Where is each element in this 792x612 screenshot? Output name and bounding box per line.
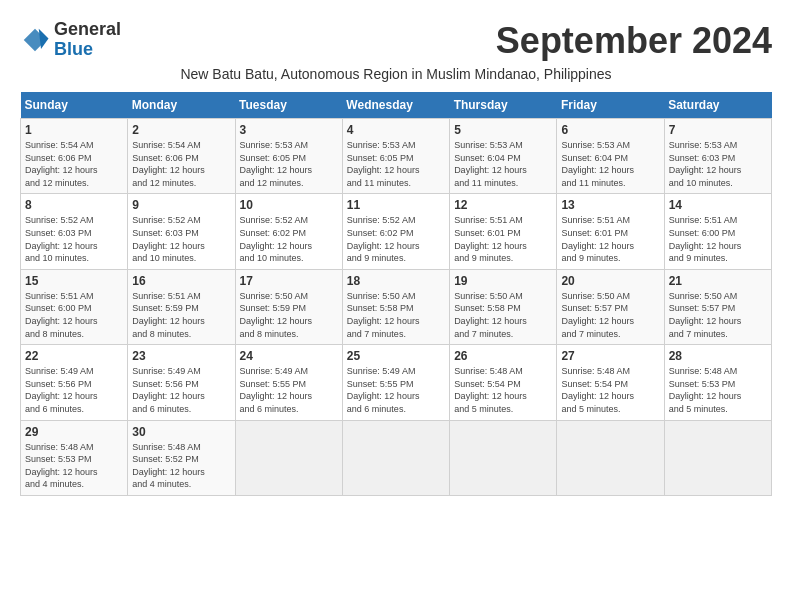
calendar-cell-9: 9Sunrise: 5:52 AM Sunset: 6:03 PM Daylig… [128, 194, 235, 269]
calendar-cell-empty [342, 420, 449, 495]
calendar-header-row: SundayMondayTuesdayWednesdayThursdayFrid… [21, 92, 772, 119]
day-info: Sunrise: 5:53 AM Sunset: 6:05 PM Dayligh… [347, 139, 445, 189]
calendar-cell-14: 14Sunrise: 5:51 AM Sunset: 6:00 PM Dayli… [664, 194, 771, 269]
calendar-cell-19: 19Sunrise: 5:50 AM Sunset: 5:58 PM Dayli… [450, 269, 557, 344]
calendar-cell-15: 15Sunrise: 5:51 AM Sunset: 6:00 PM Dayli… [21, 269, 128, 344]
day-number: 4 [347, 123, 445, 137]
logo: General Blue [20, 20, 121, 60]
day-number: 20 [561, 274, 659, 288]
calendar-cell-12: 12Sunrise: 5:51 AM Sunset: 6:01 PM Dayli… [450, 194, 557, 269]
calendar-cell-23: 23Sunrise: 5:49 AM Sunset: 5:56 PM Dayli… [128, 345, 235, 420]
calendar-cell-empty [450, 420, 557, 495]
header-sunday: Sunday [21, 92, 128, 119]
day-info: Sunrise: 5:49 AM Sunset: 5:55 PM Dayligh… [347, 365, 445, 415]
day-info: Sunrise: 5:48 AM Sunset: 5:53 PM Dayligh… [669, 365, 767, 415]
day-number: 19 [454, 274, 552, 288]
day-info: Sunrise: 5:51 AM Sunset: 6:01 PM Dayligh… [454, 214, 552, 264]
calendar-cell-5: 5Sunrise: 5:53 AM Sunset: 6:04 PM Daylig… [450, 119, 557, 194]
day-info: Sunrise: 5:53 AM Sunset: 6:04 PM Dayligh… [561, 139, 659, 189]
day-number: 10 [240, 198, 338, 212]
calendar-cell-30: 30Sunrise: 5:48 AM Sunset: 5:52 PM Dayli… [128, 420, 235, 495]
calendar-cell-22: 22Sunrise: 5:49 AM Sunset: 5:56 PM Dayli… [21, 345, 128, 420]
calendar-cell-16: 16Sunrise: 5:51 AM Sunset: 5:59 PM Dayli… [128, 269, 235, 344]
calendar-cell-29: 29Sunrise: 5:48 AM Sunset: 5:53 PM Dayli… [21, 420, 128, 495]
day-info: Sunrise: 5:48 AM Sunset: 5:52 PM Dayligh… [132, 441, 230, 491]
day-number: 17 [240, 274, 338, 288]
page-header: General Blue September 2024 [20, 20, 772, 62]
day-info: Sunrise: 5:49 AM Sunset: 5:56 PM Dayligh… [25, 365, 123, 415]
day-number: 8 [25, 198, 123, 212]
calendar-cell-11: 11Sunrise: 5:52 AM Sunset: 6:02 PM Dayli… [342, 194, 449, 269]
calendar-cell-empty [664, 420, 771, 495]
day-info: Sunrise: 5:48 AM Sunset: 5:54 PM Dayligh… [561, 365, 659, 415]
calendar-cell-4: 4Sunrise: 5:53 AM Sunset: 6:05 PM Daylig… [342, 119, 449, 194]
day-number: 11 [347, 198, 445, 212]
calendar-cell-3: 3Sunrise: 5:53 AM Sunset: 6:05 PM Daylig… [235, 119, 342, 194]
logo-icon [20, 25, 50, 55]
day-info: Sunrise: 5:52 AM Sunset: 6:03 PM Dayligh… [132, 214, 230, 264]
calendar-cell-empty [557, 420, 664, 495]
calendar-week-1: 1Sunrise: 5:54 AM Sunset: 6:06 PM Daylig… [21, 119, 772, 194]
calendar-cell-25: 25Sunrise: 5:49 AM Sunset: 5:55 PM Dayli… [342, 345, 449, 420]
day-info: Sunrise: 5:50 AM Sunset: 5:57 PM Dayligh… [669, 290, 767, 340]
day-info: Sunrise: 5:54 AM Sunset: 6:06 PM Dayligh… [132, 139, 230, 189]
calendar-cell-20: 20Sunrise: 5:50 AM Sunset: 5:57 PM Dayli… [557, 269, 664, 344]
day-number: 23 [132, 349, 230, 363]
day-number: 28 [669, 349, 767, 363]
calendar-cell-18: 18Sunrise: 5:50 AM Sunset: 5:58 PM Dayli… [342, 269, 449, 344]
day-info: Sunrise: 5:48 AM Sunset: 5:53 PM Dayligh… [25, 441, 123, 491]
day-info: Sunrise: 5:49 AM Sunset: 5:56 PM Dayligh… [132, 365, 230, 415]
day-number: 27 [561, 349, 659, 363]
header-friday: Friday [557, 92, 664, 119]
day-info: Sunrise: 5:53 AM Sunset: 6:05 PM Dayligh… [240, 139, 338, 189]
day-number: 18 [347, 274, 445, 288]
calendar-cell-26: 26Sunrise: 5:48 AM Sunset: 5:54 PM Dayli… [450, 345, 557, 420]
day-number: 7 [669, 123, 767, 137]
day-number: 1 [25, 123, 123, 137]
calendar-cell-2: 2Sunrise: 5:54 AM Sunset: 6:06 PM Daylig… [128, 119, 235, 194]
calendar-week-4: 22Sunrise: 5:49 AM Sunset: 5:56 PM Dayli… [21, 345, 772, 420]
day-number: 30 [132, 425, 230, 439]
day-info: Sunrise: 5:51 AM Sunset: 6:00 PM Dayligh… [669, 214, 767, 264]
calendar-cell-13: 13Sunrise: 5:51 AM Sunset: 6:01 PM Dayli… [557, 194, 664, 269]
day-number: 3 [240, 123, 338, 137]
day-number: 12 [454, 198, 552, 212]
header-monday: Monday [128, 92, 235, 119]
calendar-cell-21: 21Sunrise: 5:50 AM Sunset: 5:57 PM Dayli… [664, 269, 771, 344]
day-number: 16 [132, 274, 230, 288]
calendar-table: SundayMondayTuesdayWednesdayThursdayFrid… [20, 92, 772, 496]
calendar-cell-6: 6Sunrise: 5:53 AM Sunset: 6:04 PM Daylig… [557, 119, 664, 194]
calendar-week-2: 8Sunrise: 5:52 AM Sunset: 6:03 PM Daylig… [21, 194, 772, 269]
day-number: 2 [132, 123, 230, 137]
calendar-cell-17: 17Sunrise: 5:50 AM Sunset: 5:59 PM Dayli… [235, 269, 342, 344]
day-number: 21 [669, 274, 767, 288]
day-info: Sunrise: 5:53 AM Sunset: 6:03 PM Dayligh… [669, 139, 767, 189]
day-info: Sunrise: 5:50 AM Sunset: 5:59 PM Dayligh… [240, 290, 338, 340]
day-info: Sunrise: 5:52 AM Sunset: 6:02 PM Dayligh… [240, 214, 338, 264]
day-info: Sunrise: 5:51 AM Sunset: 6:01 PM Dayligh… [561, 214, 659, 264]
day-info: Sunrise: 5:50 AM Sunset: 5:58 PM Dayligh… [347, 290, 445, 340]
calendar-cell-8: 8Sunrise: 5:52 AM Sunset: 6:03 PM Daylig… [21, 194, 128, 269]
calendar-cell-28: 28Sunrise: 5:48 AM Sunset: 5:53 PM Dayli… [664, 345, 771, 420]
calendar-week-3: 15Sunrise: 5:51 AM Sunset: 6:00 PM Dayli… [21, 269, 772, 344]
calendar-cell-10: 10Sunrise: 5:52 AM Sunset: 6:02 PM Dayli… [235, 194, 342, 269]
day-number: 29 [25, 425, 123, 439]
day-info: Sunrise: 5:52 AM Sunset: 6:02 PM Dayligh… [347, 214, 445, 264]
calendar-cell-7: 7Sunrise: 5:53 AM Sunset: 6:03 PM Daylig… [664, 119, 771, 194]
day-number: 24 [240, 349, 338, 363]
calendar-cell-24: 24Sunrise: 5:49 AM Sunset: 5:55 PM Dayli… [235, 345, 342, 420]
calendar-cell-empty [235, 420, 342, 495]
page-subtitle: New Batu Batu, Autonomous Region in Musl… [20, 66, 772, 82]
day-number: 25 [347, 349, 445, 363]
header-tuesday: Tuesday [235, 92, 342, 119]
day-number: 15 [25, 274, 123, 288]
logo-text: General Blue [54, 20, 121, 60]
day-number: 9 [132, 198, 230, 212]
day-number: 13 [561, 198, 659, 212]
day-number: 6 [561, 123, 659, 137]
day-info: Sunrise: 5:53 AM Sunset: 6:04 PM Dayligh… [454, 139, 552, 189]
calendar-week-5: 29Sunrise: 5:48 AM Sunset: 5:53 PM Dayli… [21, 420, 772, 495]
header-saturday: Saturday [664, 92, 771, 119]
day-number: 22 [25, 349, 123, 363]
day-number: 26 [454, 349, 552, 363]
